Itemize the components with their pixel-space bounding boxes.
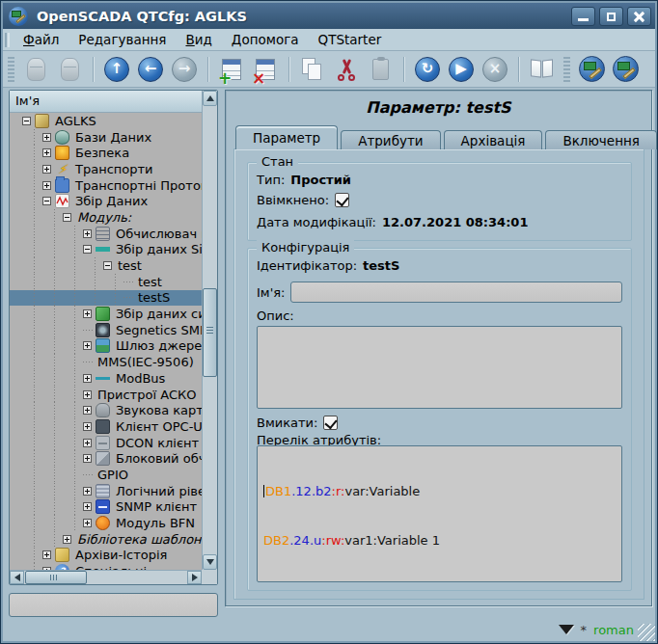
tray-triangle-icon[interactable]	[559, 625, 574, 634]
resize-grip[interactable]	[638, 624, 655, 641]
tree-item-gpio[interactable]: GPIO	[10, 467, 202, 483]
expand-icon[interactable]	[83, 374, 92, 383]
expand-icon[interactable]	[83, 406, 92, 415]
menubar-grip[interactable]	[5, 33, 10, 47]
tree-item-special[interactable]: ?Спеціальні	[10, 563, 202, 570]
forward-button[interactable]: →	[169, 54, 200, 85]
tree-horizontal-scrollbar[interactable]	[10, 570, 202, 584]
expand-icon[interactable]	[42, 550, 51, 559]
tree-item-opcua[interactable]: Клієнт OPC-UA	[10, 418, 202, 435]
menu-file[interactable]: Файл	[14, 30, 69, 49]
refresh-button[interactable]: ↻	[412, 54, 443, 85]
scroll-down-button[interactable]	[203, 554, 217, 570]
tab-parameter[interactable]: Параметр	[235, 125, 338, 149]
tree-item-logiclevel[interactable]: Логічний рівен	[10, 483, 202, 499]
collapse-icon[interactable]	[63, 213, 71, 222]
tree-item-dcon[interactable]: DCON клієнт	[10, 435, 202, 451]
tab-attributes[interactable]: Атрибути	[341, 130, 440, 149]
tree-item-test-controller[interactable]: test	[10, 257, 202, 274]
tree-item-snmp[interactable]: SNMP клієнт	[10, 499, 202, 516]
tree-header[interactable]: Ім'я	[10, 91, 202, 113]
save-button[interactable]	[54, 54, 85, 85]
tree-item-modbus[interactable]: ModBus	[10, 370, 202, 387]
manual-button[interactable]	[527, 54, 558, 85]
expand-icon[interactable]	[42, 148, 51, 157]
copy-button[interactable]	[297, 54, 328, 85]
scroll-up-button[interactable]	[203, 91, 217, 106]
collapse-icon[interactable]	[83, 245, 92, 254]
add-item-button[interactable]: +	[216, 54, 247, 85]
start-button[interactable]: ▶	[446, 54, 477, 85]
title-bar[interactable]: OpenSCADA QTCfg: AGLKS	[3, 3, 655, 29]
qtstarter-vision-button[interactable]	[610, 54, 641, 85]
expand-icon[interactable]	[83, 454, 92, 463]
tree-item-tests-selected[interactable]: testS	[10, 290, 202, 307]
menu-qtstarter[interactable]: QTStarter	[309, 30, 392, 49]
expand-icon[interactable]	[83, 502, 92, 511]
expand-icon[interactable]	[63, 535, 71, 544]
attributes-list-editor[interactable]: DB1.12.b2:r:var:Variable DB2.24.u:rw:var…	[257, 445, 622, 582]
menu-view[interactable]: Вид	[176, 30, 221, 49]
collapse-icon[interactable]	[42, 197, 51, 205]
collapse-icon[interactable]	[22, 117, 31, 125]
tree-item-security[interactable]: Безпека	[10, 145, 202, 161]
tree-item-javalikecalc[interactable]: Обчислювач на	[10, 226, 202, 242]
tree-item-databases[interactable]: Бази Даних	[10, 129, 202, 146]
expand-icon[interactable]	[83, 341, 92, 350]
load-button[interactable]	[20, 54, 51, 85]
enable-checkbox[interactable]	[323, 416, 338, 430]
tree-item-transports[interactable]: ⚡Транспорти	[10, 161, 202, 177]
tab-archiving[interactable]: Архівація	[444, 130, 543, 149]
tree-item-soundcard[interactable]: Звукова карта	[10, 402, 202, 418]
vertical-scroll-handle[interactable]	[203, 288, 217, 377]
expand-icon[interactable]	[83, 439, 92, 447]
toolbar-grip-2[interactable]	[563, 57, 570, 82]
tree-item-protocols[interactable]: Транспортні Протоко	[10, 177, 202, 194]
tree-item-asko[interactable]: Пристрої АСКО	[10, 387, 202, 403]
tree-item-daq[interactable]: Збір Даних	[10, 193, 202, 209]
tree-item-bfn[interactable]: Модуль BFN	[10, 515, 202, 531]
expand-icon[interactable]	[42, 181, 51, 190]
expand-icon[interactable]	[83, 487, 92, 496]
expand-icon[interactable]	[42, 133, 51, 142]
expand-icon[interactable]	[83, 422, 92, 431]
description-textarea[interactable]	[257, 326, 622, 409]
delete-item-button[interactable]: ×	[250, 54, 281, 85]
menu-help[interactable]: Допомога	[222, 30, 309, 49]
expand-icon[interactable]	[83, 309, 92, 318]
cut-button[interactable]	[331, 54, 362, 85]
tree-item-mms[interactable]: MMS(IEC-9506)	[10, 354, 202, 370]
tree-item-gateway[interactable]: Шлюз джерел	[10, 338, 202, 355]
up-button[interactable]: ↑	[101, 54, 132, 85]
menu-edit[interactable]: Редагування	[69, 30, 176, 49]
tree-item-segnetics[interactable]: Segnetics SMH2	[10, 322, 202, 338]
minimize-button[interactable]	[571, 7, 595, 26]
tab-enclosure[interactable]: Включення	[545, 130, 656, 149]
tree-item-module[interactable]: Модуль:	[10, 209, 202, 226]
expand-icon[interactable]	[83, 390, 92, 399]
tree-item-test-param[interactable]: test	[10, 274, 202, 290]
tree-item-system-daq[interactable]: Збір даних сис	[10, 306, 202, 322]
toolbar-grip[interactable]	[8, 57, 14, 82]
horizontal-scroll-handle[interactable]	[25, 571, 87, 584]
close-button[interactable]	[627, 7, 651, 26]
tree-vertical-scrollbar[interactable]	[202, 91, 217, 570]
scroll-right-button[interactable]	[187, 571, 202, 584]
collapse-icon[interactable]	[103, 261, 112, 270]
tree-item-blockcalc[interactable]: Блоковий обчи	[10, 450, 202, 467]
scroll-left-button[interactable]	[10, 571, 24, 584]
stop-button[interactable]: ×	[480, 54, 510, 85]
tree-filter-input[interactable]	[9, 593, 218, 617]
name-input[interactable]	[290, 282, 622, 303]
paste-button[interactable]	[365, 54, 396, 85]
enabled-checkbox[interactable]	[335, 193, 349, 207]
tree-item-template-lib[interactable]: Бібліотека шаблонів:	[10, 531, 202, 548]
qtstarter-qtcfg-button[interactable]	[576, 54, 607, 85]
maximize-button[interactable]	[599, 7, 623, 26]
expand-icon[interactable]	[83, 519, 92, 527]
tree-item-aglks[interactable]: AGLKS	[10, 113, 202, 129]
tree-item-siemens[interactable]: Збір даних Sie	[10, 242, 202, 258]
expand-icon[interactable]	[42, 165, 51, 174]
back-button[interactable]: ←	[135, 54, 166, 85]
expand-icon[interactable]	[83, 229, 92, 238]
